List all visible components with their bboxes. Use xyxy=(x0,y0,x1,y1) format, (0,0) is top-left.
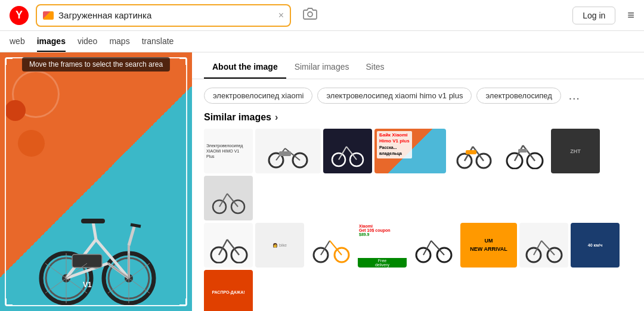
yandex-logo[interactable]: Y xyxy=(10,6,29,25)
nav-tab-web[interactable]: web xyxy=(10,36,25,52)
similar-image-thumb-9[interactable] xyxy=(204,223,253,268)
similar-image-thumb-16[interactable]: 40 км/ч xyxy=(571,223,620,268)
similar-images-grid-row1: ЭлектровелосипедXIAOMI HIMO V1Plus xyxy=(192,129,644,220)
similar-image-thumb-15[interactable] xyxy=(519,223,568,268)
similar-image-thumb-17[interactable]: РАСПРО-ДАЖА! xyxy=(204,270,253,311)
navigation-tabs: web images video maps translate xyxy=(0,31,644,52)
similar-image-thumb-12[interactable]: XiaomiGet 10$ coupon$89.9 Freedelivery xyxy=(358,223,407,268)
tab-about-image[interactable]: About the image xyxy=(204,58,286,79)
corner-tl xyxy=(5,58,13,65)
nav-tab-maps[interactable]: maps xyxy=(109,36,129,52)
similar-images-arrow-icon[interactable]: › xyxy=(275,112,278,123)
tags-more-button[interactable]: … xyxy=(566,89,583,102)
main-content: Move the frames to select the search are… xyxy=(0,52,644,311)
similar-image-thumb-2[interactable] xyxy=(255,129,321,173)
search-image-thumbnail xyxy=(43,11,54,20)
search-bar: Загруженная картинка × xyxy=(36,4,291,27)
tab-sites[interactable]: Sites xyxy=(357,58,392,79)
selection-frame xyxy=(5,57,187,306)
corner-bl xyxy=(5,298,13,306)
similar-image-thumb-6[interactable] xyxy=(500,129,549,173)
nav-tab-translate[interactable]: translate xyxy=(142,36,174,52)
tab-similar-images[interactable]: Similar images xyxy=(286,58,358,79)
similar-image-thumb-3[interactable] xyxy=(323,129,372,173)
svg-rect-45 xyxy=(466,150,476,154)
nav-tab-video[interactable]: video xyxy=(78,36,97,52)
similar-image-thumb-5[interactable] xyxy=(448,129,497,173)
similar-image-thumb-7[interactable]: ZHT xyxy=(551,129,600,173)
similar-image-thumb-14[interactable]: UM NEW ARRIVAL xyxy=(460,223,517,268)
tag-chip-1[interactable]: электровелосипед xiaomi himo v1 plus xyxy=(317,88,472,104)
camera-search-icon[interactable] xyxy=(303,7,317,24)
left-panel: Move the frames to select the search are… xyxy=(0,52,192,311)
similar-image-thumb-4[interactable]: Байк XiaomiHimo V1 plusРасска...владельц… xyxy=(374,129,446,173)
svg-rect-36 xyxy=(279,151,291,156)
tag-chip-0[interactable]: электровелосипед xiaomi xyxy=(204,88,312,104)
similar-image-thumb-10[interactable]: 👩 bike xyxy=(255,223,304,268)
search-input-value[interactable]: Загруженная картинка xyxy=(58,10,274,20)
similar-image-thumb-13[interactable] xyxy=(409,223,458,268)
similar-images-section-title: Similar images › xyxy=(192,112,644,129)
uploaded-image-bg: V1 xyxy=(0,52,192,311)
svg-point-0 xyxy=(308,12,312,17)
login-button[interactable]: Log in xyxy=(572,7,615,24)
similar-image-thumb-1[interactable]: ЭлектровелосипедXIAOMI HIMO V1Plus xyxy=(204,129,253,173)
similar-images-grid-row2: 👩 bike XiaomiGet 10$ coupon$89.9 xyxy=(192,223,644,311)
tag-chip-2[interactable]: электровелосипед xyxy=(476,88,561,104)
right-panel: About the image Similar images Sites эле… xyxy=(192,52,644,311)
tags-row: электровелосипед xiaomi электровелосипед… xyxy=(192,79,644,112)
hamburger-menu-icon[interactable]: ≡ xyxy=(627,8,634,22)
move-hint-label: Move the frames to select the search are… xyxy=(22,57,170,71)
search-clear-button[interactable]: × xyxy=(278,10,284,21)
image-container: V1 xyxy=(0,52,192,311)
corner-tr xyxy=(179,58,187,65)
nav-tab-images[interactable]: images xyxy=(37,36,66,52)
svg-rect-50 xyxy=(518,149,527,153)
similar-image-thumb-11[interactable] xyxy=(306,223,355,268)
corner-br xyxy=(179,298,187,306)
right-tabs: About the image Similar images Sites xyxy=(192,52,644,79)
header: Y Загруженная картинка × Log in ≡ xyxy=(0,0,644,31)
similar-image-thumb-8[interactable] xyxy=(204,176,253,220)
